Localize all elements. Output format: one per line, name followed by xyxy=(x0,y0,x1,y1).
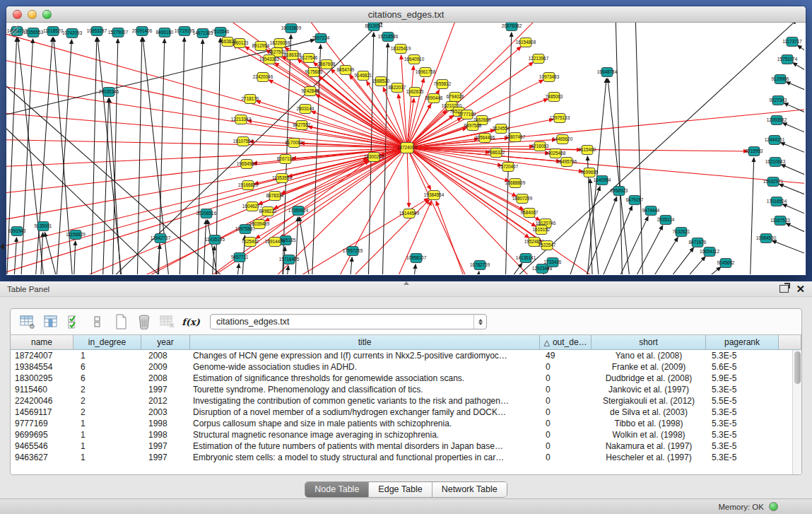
graph-node[interactable]: 15751074 xyxy=(777,55,798,64)
graph-node[interactable]: 9699695 xyxy=(581,168,599,177)
minimize-window-icon[interactable] xyxy=(28,10,37,19)
graph-node[interactable]: 7632621 xyxy=(673,228,690,237)
delete-column-icon[interactable] xyxy=(136,313,153,330)
graph-node[interactable]: 16961758 xyxy=(416,68,436,77)
graph-node[interactable]: 6794028 xyxy=(447,93,464,102)
network-canvas[interactable]: 1405571312356553110185201074209310653287… xyxy=(6,23,806,275)
graph-node[interactable]: 8466160 xyxy=(156,28,174,37)
graph-node[interactable]: 8427552 xyxy=(293,121,311,130)
graph-node[interactable]: 10653287 xyxy=(87,27,107,36)
graph-node[interactable]: 9146821 xyxy=(355,71,372,81)
graph-node[interactable]: 8912954 xyxy=(252,42,270,51)
panel-splitter-handle[interactable] xyxy=(404,281,409,285)
graph-node[interactable]: 6479197 xyxy=(626,196,644,205)
close-panel-icon[interactable]: ✕ xyxy=(796,284,805,294)
graph-node[interactable]: 10719195 xyxy=(175,27,195,36)
graph-node[interactable]: 19218586 xyxy=(378,33,399,42)
graph-node[interactable]: 8878334 xyxy=(266,192,284,201)
graph-node[interactable]: 8471676 xyxy=(689,238,707,247)
column-header-year[interactable]: year xyxy=(141,335,190,349)
graph-node[interactable]: 1588520 xyxy=(372,77,390,86)
graph-node[interactable]: 8498222 xyxy=(259,207,277,216)
graph-node[interactable]: 18807299 xyxy=(512,194,533,204)
graph-node[interactable]: 16782759 xyxy=(470,261,490,270)
graph-node[interactable]: 19654984 xyxy=(237,160,257,169)
graph-node[interactable]: 8127546 xyxy=(300,54,318,63)
graph-node[interactable]: 7955812 xyxy=(434,80,452,89)
graph-node[interactable]: 16154808 xyxy=(516,38,536,47)
graph-node[interactable]: 10654112 xyxy=(700,247,719,257)
graph-node[interactable]: 15716485 xyxy=(279,255,300,264)
graph-node[interactable]: 3624554 xyxy=(493,124,510,134)
column-header-pagerank[interactable]: pagerank xyxy=(706,335,779,349)
graph-node[interactable]: 14671385 xyxy=(193,29,213,38)
graph-node[interactable]: 10807467 xyxy=(505,133,526,142)
graph-node[interactable]: 12975133 xyxy=(550,114,570,123)
graph-node[interactable]: 19384554 xyxy=(424,191,445,200)
resize-grip[interactable] xyxy=(6,23,19,35)
graph-node[interactable]: 9474444 xyxy=(642,206,660,216)
graph-node[interactable]: 15279007 xyxy=(108,28,129,37)
graph-node[interactable]: 2522547 xyxy=(539,241,556,250)
graph-node[interactable]: 14136141 xyxy=(516,254,536,263)
table-source-select[interactable]: citations_edges.txt xyxy=(210,314,487,329)
graph-node[interactable]: 11018520 xyxy=(43,27,63,36)
graph-node[interactable]: 12213967 xyxy=(529,54,549,64)
graph-node[interactable]: 16648784 xyxy=(597,68,618,77)
table-row[interactable]: 1456911722003Disruption of a novel membe… xyxy=(11,407,801,418)
graph-node[interactable]: 2718176 xyxy=(242,95,259,104)
graph-node[interactable]: 11353554 xyxy=(272,174,292,183)
scrollbar-thumb[interactable] xyxy=(794,351,801,384)
graph-node[interactable]: 11173717 xyxy=(782,37,802,47)
rows-icon[interactable] xyxy=(89,313,106,330)
column-header-title[interactable]: title xyxy=(190,335,540,349)
row-selection-icon[interactable] xyxy=(66,313,83,330)
graph-node[interactable]: 9129966 xyxy=(772,75,789,84)
graph-node[interactable]: 12942737 xyxy=(151,234,171,243)
graph-node[interactable]: 10025488 xyxy=(546,149,566,158)
graph-node[interactable]: 10688809 xyxy=(505,179,526,188)
network-view-window[interactable]: citations_edges.txt 14055713123565531101… xyxy=(6,6,806,276)
column-header-short[interactable]: short xyxy=(592,335,706,349)
graph-node[interactable]: 20876082 xyxy=(502,23,522,31)
table-row[interactable]: 946554611997Estimation of the future num… xyxy=(11,440,801,452)
table-row[interactable]: 1872400712008Changes of HCN gene express… xyxy=(11,350,801,361)
graph-node[interactable]: 17359924 xyxy=(288,206,309,216)
graph-node[interactable]: 8958923 xyxy=(611,187,628,196)
column-visibility-icon[interactable] xyxy=(42,313,59,330)
graph-node[interactable]: 7485063 xyxy=(546,93,563,102)
table-row[interactable]: 977716911998Corpus callosum shape and si… xyxy=(11,418,801,429)
column-header-in_degree[interactable]: in_degree xyxy=(73,335,141,349)
graph-node[interactable]: 9135001 xyxy=(35,222,52,231)
graph-node[interactable]: 8990448 xyxy=(425,94,443,103)
graph-node[interactable]: 9245652 xyxy=(717,259,735,268)
table-row[interactable]: 1938455462009Genome-wide association stu… xyxy=(11,361,801,373)
graph-node[interactable]: 15144549 xyxy=(399,209,420,218)
graph-node[interactable]: 8454749 xyxy=(337,66,355,75)
graph-node[interactable]: 8170083 xyxy=(286,139,303,148)
graph-node[interactable]: 20091406 xyxy=(132,27,153,36)
function-builder-icon[interactable]: f(x) xyxy=(182,313,199,330)
table-row[interactable]: 969969511998Structural magnetic resonanc… xyxy=(11,429,801,440)
table-row[interactable]: 911546021997Tourette syndrome. Phenomeno… xyxy=(11,384,801,395)
new-column-icon[interactable] xyxy=(112,313,129,330)
graph-node[interactable]: 9684067 xyxy=(521,209,539,218)
tab-edge-table[interactable]: Edge Table xyxy=(369,482,432,497)
graph-node[interactable]: 16033809 xyxy=(281,24,302,33)
table-settings-icon[interactable]: ⚙ xyxy=(19,313,36,330)
column-header-name[interactable]: name xyxy=(11,335,73,349)
graph-node[interactable]: 16495796 xyxy=(557,158,577,167)
graph-node[interactable]: 9175685 xyxy=(305,68,323,77)
graph-node[interactable]: 8186328 xyxy=(284,51,302,60)
graph-node[interactable]: 15720407 xyxy=(498,163,519,172)
table-vertical-scrollbar[interactable] xyxy=(792,350,801,474)
column-header-out_de[interactable]: △out_de… xyxy=(540,335,592,349)
graph-node[interactable]: 2935114 xyxy=(657,216,675,225)
graph-node[interactable]: 12356553 xyxy=(23,28,44,37)
table-row[interactable]: 1830029562008Estimation of significance … xyxy=(11,373,801,384)
zoom-window-icon[interactable] xyxy=(42,10,52,19)
graph-node[interactable]: 20206516 xyxy=(196,209,217,218)
table-row[interactable]: 946362711997Embryonic stem cells: a mode… xyxy=(11,452,801,463)
graph-node[interactable]: 9457711 xyxy=(231,253,249,262)
graph-node[interactable]: 14465620 xyxy=(553,135,573,144)
